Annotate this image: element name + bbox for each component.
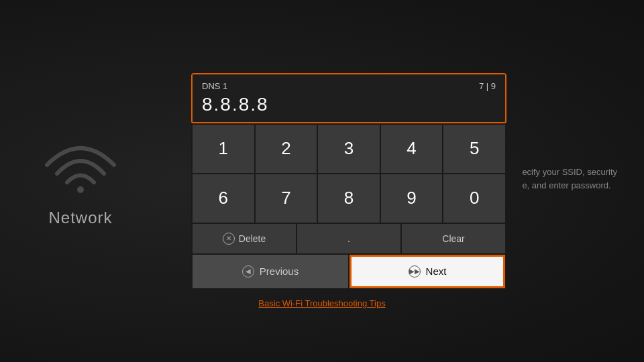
next-button[interactable]: ▶▶ Next <box>350 255 505 288</box>
num-btn-4[interactable]: 4 <box>381 125 443 173</box>
num-btn-7[interactable]: 7 <box>256 174 317 223</box>
num-btn-9[interactable]: 9 <box>381 174 443 223</box>
svg-point-0 <box>77 186 84 193</box>
delete-button[interactable]: ✕ Delete <box>193 224 296 253</box>
dns-label: DNS 1 <box>202 81 227 91</box>
nav-row: ◀ Previous ▶▶ Next <box>191 255 506 290</box>
dns-value: 8.8.8.8 <box>202 94 496 115</box>
delete-label: Delete <box>239 233 266 244</box>
previous-label: Previous <box>260 265 299 277</box>
wifi-icon <box>40 135 121 198</box>
bottom-link[interactable]: Basic Wi-Fi Troubleshooting Tips <box>258 298 385 308</box>
num-btn-2[interactable]: 2 <box>256 125 317 173</box>
previous-icon: ◀ <box>242 265 254 278</box>
dialog: DNS 1 7 | 9 8.8.8.8 1 2 3 4 5 6 7 8 9 0 … <box>191 73 506 290</box>
num-btn-8[interactable]: 8 <box>318 174 380 223</box>
num-btn-6[interactable]: 6 <box>193 174 254 223</box>
num-btn-0[interactable]: 0 <box>443 174 505 223</box>
dns-field: DNS 1 7 | 9 8.8.8.8 <box>191 73 506 123</box>
action-row: ✕ Delete . Clear <box>191 224 506 255</box>
right-hint-line1: ecify your SSID, security <box>522 167 617 177</box>
dns-counter: 7 | 9 <box>479 81 496 91</box>
next-icon: ▶▶ <box>409 265 421 278</box>
num-btn-3[interactable]: 3 <box>318 125 380 173</box>
dot-button[interactable]: . <box>297 224 400 253</box>
num-btn-1[interactable]: 1 <box>193 125 254 173</box>
previous-button[interactable]: ◀ Previous <box>193 255 348 288</box>
dot-label: . <box>347 233 350 244</box>
clear-label: Clear <box>442 233 464 244</box>
dns-field-header: DNS 1 7 | 9 <box>202 81 496 91</box>
num-btn-5[interactable]: 5 <box>443 125 505 173</box>
clear-button[interactable]: Clear <box>402 224 505 253</box>
delete-icon: ✕ <box>223 233 235 245</box>
right-hint: ecify your SSID, security e, and enter p… <box>522 166 617 192</box>
numpad: 1 2 3 4 5 6 7 8 9 0 <box>191 123 506 224</box>
left-panel: Network <box>40 135 121 227</box>
network-label: Network <box>48 208 112 227</box>
next-label: Next <box>426 265 447 277</box>
right-hint-line2: e, and enter password. <box>522 180 610 190</box>
